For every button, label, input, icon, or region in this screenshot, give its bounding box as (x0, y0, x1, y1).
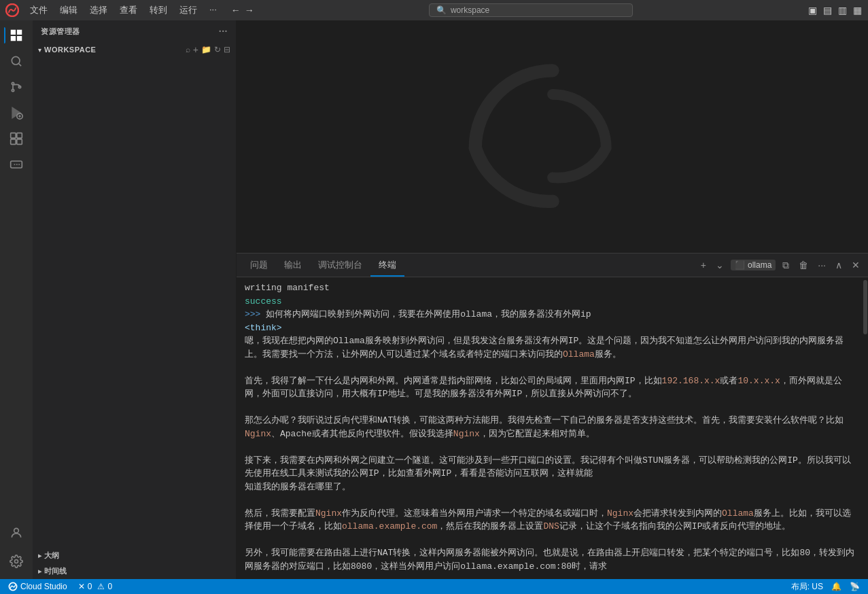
terminal-scrollbar[interactable] (863, 277, 868, 579)
new-file-icon[interactable]: + (193, 44, 198, 55)
timeline-section-header[interactable]: ▸ 时间线 (33, 563, 236, 579)
menu-edit[interactable]: 编辑 (54, 3, 83, 18)
terminal-dropdown-button[interactable]: ⌄ (713, 258, 727, 272)
activity-bottom (4, 521, 29, 579)
terminal-para-5: 然后，我需要配置Nginx作为反向代理。这意味着当外网用户请求一个特定的域名或端… (245, 507, 854, 534)
refresh-icon[interactable]: ↻ (214, 45, 221, 54)
titlebar: 文件 编辑 选择 查看 转到 运行 ··· ← → 🔍 workspace ▣ … (0, 0, 868, 20)
terminal-think-tag: <think> (245, 321, 854, 335)
search-area: 🔍 workspace (258, 3, 804, 17)
timeline-chevron-icon: ▸ (38, 567, 41, 575)
activity-search[interactable] (4, 49, 29, 73)
sidebar-title: 资源管理器 (41, 27, 80, 37)
warning-icon: ⚠ (97, 582, 105, 591)
panel-chevron-up-button[interactable]: ∧ (833, 258, 845, 272)
layout-btn-2[interactable]: ▤ (822, 5, 833, 16)
layout-btn-4[interactable]: ▦ (852, 5, 863, 16)
terminal-para-2: 首先，我得了解一下什么是内网和外网。内网通常是指内部网络，比如公司的局域网，里面… (245, 374, 854, 401)
sidebar-header: 资源管理器 ··· (33, 20, 236, 42)
svg-point-12 (14, 528, 19, 533)
svg-rect-7 (11, 133, 16, 139)
workspace-section: ▾ WORKSPACE ⌕ + 📁 ↻ ⊟ (33, 42, 236, 57)
statusbar-logo-icon (8, 582, 18, 591)
sidebar: 资源管理器 ··· ▾ WORKSPACE ⌕ + 📁 ↻ ⊟ ▸ 大纲 (33, 20, 237, 579)
search-files-icon[interactable]: ⌕ (186, 45, 190, 54)
sidebar-header-actions: ··· (219, 26, 228, 37)
statusbar-language[interactable]: 布局: US (788, 579, 826, 594)
collapse-icon[interactable]: ⊟ (224, 45, 230, 54)
outline-chevron-icon: ▸ (38, 552, 41, 559)
activity-explorer[interactable] (4, 23, 29, 48)
activity-source-control[interactable] (4, 75, 29, 99)
panel: 问题 输出 调试控制台 终端 + ⌄ ⬛ ollama ⧉ 🗑 ··· ∧ ✕ (237, 253, 868, 579)
menu-goto[interactable]: 转到 (144, 3, 173, 18)
terminal-para-6: 另外，我可能需要在路由器上进行NAT转换，这样内网服务器能被外网访问。也就是说，… (245, 546, 854, 573)
svg-rect-9 (11, 139, 16, 145)
terminal-line-writing: writing manifest (245, 281, 854, 295)
nav-forward-button[interactable]: → (244, 5, 255, 16)
warning-count: 0 (107, 582, 112, 591)
statusbar-right: 布局: US 🔔 📡 (788, 579, 863, 594)
terminal-line-prompt: >>> 如何将内网端口映射到外网访问，我要在外网使用ollama，我的服务器没有… (245, 308, 854, 321)
tab-debug-console[interactable]: 调试控制台 (310, 255, 370, 277)
sidebar-more-button[interactable]: ··· (219, 26, 228, 37)
app-name-text: Cloud Studio (20, 582, 67, 591)
statusbar-app-name[interactable]: Cloud Studio (5, 579, 70, 594)
tab-problems[interactable]: 问题 (242, 255, 276, 277)
menu-more[interactable]: ··· (204, 3, 222, 18)
terminal-prompt-text: 如何将内网端口映射到外网访问，我要在外网使用ollama，我的服务器没有外网ip (266, 309, 591, 319)
activity-remote[interactable] (4, 152, 29, 177)
terminal-prompt-symbol: >>> (245, 309, 266, 319)
svg-rect-8 (17, 133, 22, 139)
activity-extensions[interactable] (4, 126, 29, 151)
menu-view[interactable]: 查看 (114, 3, 143, 18)
terminal-scrollbar-thumb[interactable] (863, 280, 867, 334)
panel-close-button[interactable]: ✕ (849, 258, 863, 272)
editor-area: 问题 输出 调试控制台 终端 + ⌄ ⬛ ollama ⧉ 🗑 ··· ∧ ✕ (237, 20, 868, 579)
menu-run[interactable]: 运行 (174, 3, 203, 18)
window-controls: ▣ ▤ ▥ ▦ (807, 5, 863, 16)
svg-point-3 (12, 89, 14, 91)
terminal-name: ollama (748, 260, 771, 270)
activity-account[interactable] (4, 521, 29, 545)
statusbar-broadcast-icon[interactable]: 📡 (847, 579, 863, 594)
panel-actions: + ⌄ ⬛ ollama ⧉ 🗑 ··· ∧ ✕ (698, 258, 863, 273)
terminal-line-success: success (245, 295, 854, 309)
kill-terminal-button[interactable]: 🗑 (796, 258, 811, 272)
new-folder-icon[interactable]: 📁 (201, 45, 211, 54)
error-icon: ✕ (78, 582, 85, 591)
nav-back-button[interactable]: ← (230, 5, 241, 16)
statusbar: Cloud Studio ✕ 0 ⚠ 0 布局: US 🔔 📡 (0, 579, 868, 594)
activity-run-debug[interactable] (4, 101, 29, 125)
outline-section-header[interactable]: ▸ 大纲 (33, 548, 236, 563)
activity-settings[interactable] (4, 549, 29, 574)
split-terminal-button[interactable]: ⧉ (780, 258, 792, 273)
menu-file[interactable]: 文件 (24, 3, 53, 18)
statusbar-errors[interactable]: ✕ 0 ⚠ 0 (75, 579, 115, 594)
panel-more-button[interactable]: ··· (815, 258, 829, 272)
tab-output[interactable]: 输出 (276, 255, 310, 277)
terminal-name-badge[interactable]: ⬛ ollama (731, 260, 776, 270)
svg-point-1 (12, 56, 20, 65)
workspace-chevron-icon: ▾ (38, 46, 41, 54)
workspace-label-text: WORKSPACE (44, 46, 96, 54)
statusbar-left: Cloud Studio ✕ 0 ⚠ 0 (5, 579, 115, 594)
main-layout: 资源管理器 ··· ▾ WORKSPACE ⌕ + 📁 ↻ ⊟ ▸ 大纲 (0, 20, 868, 579)
terminal-content[interactable]: writing manifest success >>> 如何将内网端口映射到外… (237, 277, 863, 579)
terminal-para-1: 嗯，我现在想把内网的Ollama服务映射到外网访问，但是我发这台服务器没有外网I… (245, 334, 854, 361)
terminal-para-3: 那怎么办呢？我听说过反向代理和NAT转换，可能这两种方法能用。我得先检查一下自己… (245, 414, 854, 440)
tab-terminal[interactable]: 终端 (370, 255, 404, 277)
error-count: 0 (88, 582, 92, 591)
layout-btn-1[interactable]: ▣ (807, 5, 818, 16)
workspace-header[interactable]: ▾ WORKSPACE ⌕ + 📁 ↻ ⊟ (33, 42, 236, 57)
search-box[interactable]: 🔍 workspace (429, 3, 633, 17)
new-terminal-button[interactable]: + (698, 258, 709, 272)
statusbar-notification-icon[interactable]: 🔔 (829, 579, 844, 594)
logo-watermark (457, 41, 648, 233)
layout-btn-3[interactable]: ▥ (837, 5, 848, 16)
activity-bar (0, 20, 33, 579)
terminal-icon: ⬛ (735, 260, 745, 270)
svg-point-13 (15, 560, 18, 563)
menu-select[interactable]: 选择 (84, 3, 113, 18)
panel-row: writing manifest success >>> 如何将内网端口映射到外… (237, 277, 868, 579)
